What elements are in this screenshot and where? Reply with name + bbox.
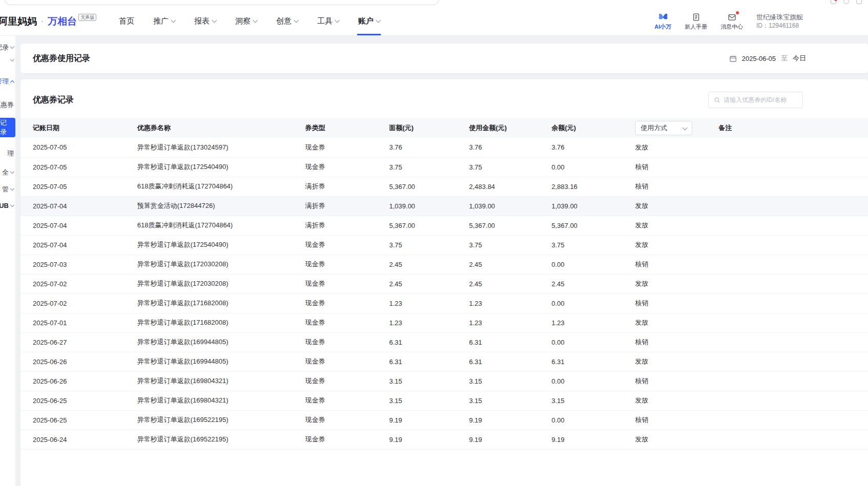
cell-coupon-type: 现金券: [301, 274, 385, 293]
cell-usage-method: 核销: [631, 410, 714, 430]
cell-date: 2025-06-25: [20, 410, 133, 430]
cell-face-value: 6.31: [385, 332, 465, 352]
cell-coupon-type: 现金券: [301, 255, 385, 274]
nav-item-creative[interactable]: 创意: [276, 7, 298, 35]
puzzle-icon[interactable]: [831, 0, 836, 4]
newbie-manual-button[interactable]: 新人手册: [685, 12, 707, 31]
cell-coupon-name: 异常秒退订单返款(172030208): [133, 255, 301, 274]
cell-date: 2025-06-26: [20, 371, 133, 391]
cell-face-value: 9.19: [385, 430, 465, 449]
sidebar-item-usage-records-active[interactable]: 记录: [0, 118, 15, 137]
cell-note: [714, 196, 868, 216]
chevron-down-icon: [683, 125, 688, 130]
cell-coupon-name: 预算赏金活动(172844726): [133, 196, 301, 216]
cell-coupon-type: 现金券: [301, 352, 385, 371]
col-header-note: 备注: [714, 118, 868, 138]
nav-item-tools[interactable]: 工具: [317, 7, 339, 35]
cell-coupon-type: 满折券: [301, 216, 385, 235]
coupon-table-body: 2025-07-05 异常秒退订单返款(173024597) 现金券 3.76 …: [20, 138, 868, 449]
cell-note: [714, 235, 868, 255]
cell-usage-method: 发放: [631, 235, 714, 255]
date-range-picker[interactable]: 2025-06-05 至 今日: [729, 54, 807, 63]
cell-note: [714, 293, 868, 313]
cell-usage-method: 发放: [631, 352, 714, 371]
nav-item-account[interactable]: 账户: [358, 7, 380, 35]
cell-used-amount: 9.19: [465, 410, 547, 430]
cell-date: 2025-07-04: [20, 196, 133, 216]
cell-coupon-name: 异常秒退订单返款(169522195): [133, 430, 301, 449]
col-header-coupon-type: 券类型: [301, 118, 385, 138]
profile-icon[interactable]: [843, 0, 849, 4]
menu-icon[interactable]: [856, 0, 862, 4]
ai-assistant-button[interactable]: AI小万: [654, 12, 671, 31]
document-icon: [692, 12, 701, 22]
nav-item-home[interactable]: 首页: [119, 7, 134, 35]
brand-logo[interactable]: 阿里妈妈 · 万相台 无界版: [0, 15, 96, 28]
search-input[interactable]: [724, 96, 797, 103]
cell-note: [714, 371, 868, 391]
sidebar-item-records-group[interactable]: 记录: [0, 43, 14, 52]
calendar-icon: [729, 55, 737, 62]
usage-method-filter-select[interactable]: 使用方式: [635, 121, 692, 135]
sidebar-item-group-2[interactable]: 管: [2, 185, 14, 194]
message-center-button[interactable]: 消息中心: [721, 12, 743, 31]
table-row: 2025-06-24 异常秒退订单返款(169522195) 现金券 9.19 …: [20, 430, 868, 449]
cell-date: 2025-07-04: [20, 216, 133, 235]
cell-used-amount: 3.75: [465, 235, 547, 255]
date-start[interactable]: 2025-06-05: [742, 55, 776, 62]
nav-item-insight[interactable]: 洞察: [235, 7, 257, 35]
sidebar-item-coupon[interactable]: 惠券: [1, 100, 14, 110]
cell-coupon-name: 异常秒退订单返款(169804321): [133, 391, 301, 410]
cell-balance: 0.00: [547, 255, 631, 274]
page-title-card: 优惠券使用记录 2025-06-05 至 今日: [20, 44, 868, 73]
sidebar-item-manage[interactable]: 理: [7, 149, 14, 158]
cell-note: [714, 274, 868, 293]
coupon-records-card: 优惠券记录 记账日期: [20, 79, 868, 486]
cell-balance: 0.00: [547, 293, 631, 313]
shop-name: 世纪缘珠宝旗舰: [756, 13, 803, 22]
cell-balance: 9.19: [547, 430, 631, 449]
table-row: 2025-07-04 618质赢冲刺消耗返(172704864) 满折券 5,3…: [20, 216, 868, 235]
cell-coupon-type: 现金券: [301, 138, 385, 157]
cell-coupon-name: 异常秒退订单返款(172030208): [133, 274, 301, 293]
cell-date: 2025-07-03: [20, 255, 133, 274]
account-info[interactable]: 世纪缘珠宝旗舰 ID：129461168: [756, 13, 803, 30]
cell-coupon-name: 异常秒退订单返款(172540490): [133, 235, 301, 255]
sidebar-item-hub[interactable]: UB: [0, 202, 14, 209]
cell-date: 2025-06-24: [20, 430, 133, 449]
cell-coupon-name: 异常秒退订单返款(169944805): [133, 332, 301, 352]
cell-balance: 2,883.16: [547, 177, 631, 196]
date-end[interactable]: 今日: [793, 54, 806, 63]
nav-item-reports[interactable]: 报表: [194, 7, 216, 35]
cell-coupon-name: 异常秒退订单返款(173024597): [133, 138, 301, 157]
sidebar-item-collapsed[interactable]: [9, 60, 14, 61]
cell-usage-method: 核销: [631, 332, 714, 352]
nav-item-promotion[interactable]: 推广: [153, 7, 175, 35]
cell-face-value: 1.23: [385, 313, 465, 332]
chevron-down-icon: [376, 18, 381, 23]
cell-face-value: 9.19: [385, 410, 465, 430]
sidebar-item-group-1[interactable]: 全: [2, 168, 14, 177]
cell-coupon-name: 异常秒退订单返款(169804321): [133, 371, 301, 391]
sidebar-item-management-section[interactable]: 管理: [0, 77, 14, 86]
table-header-row: 记账日期 优惠券名称 券类型 面额(元) 使用金额(元) 余额(元) 使用方式: [20, 118, 868, 138]
table-row: 2025-06-26 异常秒退订单返款(169944805) 现金券 6.31 …: [20, 352, 868, 371]
cell-balance: 0.00: [547, 157, 631, 177]
table-row: 2025-07-01 异常秒退订单返款(171682008) 现金券 1.23 …: [20, 313, 868, 332]
chevron-down-icon: [10, 186, 14, 191]
cell-usage-method: 发放: [631, 196, 714, 216]
cell-coupon-name: 异常秒退订单返款(172540490): [133, 157, 301, 177]
cell-note: [714, 352, 868, 371]
cell-coupon-type: 现金券: [301, 410, 385, 430]
page-title: 优惠券使用记录: [33, 53, 90, 64]
chevron-down-icon: [10, 57, 14, 61]
cell-balance: 0.00: [547, 410, 631, 430]
cell-coupon-name: 异常秒退订单返款(169522195): [133, 410, 301, 430]
cell-used-amount: 1.23: [465, 293, 547, 313]
cell-used-amount: 2.45: [465, 255, 547, 274]
unread-badge: [736, 11, 739, 14]
table-row: 2025-07-02 异常秒退订单返款(172030208) 现金券 2.45 …: [20, 274, 868, 293]
cell-face-value: 3.75: [385, 235, 465, 255]
address-bar-remnant[interactable]: [4, 0, 439, 5]
coupon-search-box[interactable]: [708, 92, 803, 108]
